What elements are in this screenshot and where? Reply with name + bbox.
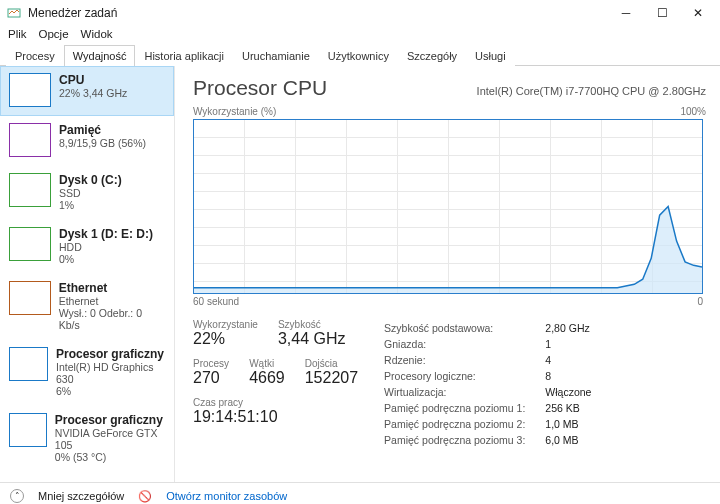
sidebar-item-title: Dysk 1 (D: E: D:) xyxy=(59,227,153,241)
menu-file[interactable]: Plik xyxy=(8,28,27,40)
sidebar-item[interactable]: Procesor graficzny NVIDIA GeForce GTX 10… xyxy=(0,406,174,472)
sidebar-item-line2: NVIDIA GeForce GTX 105 xyxy=(55,427,165,451)
tab-users[interactable]: Użytkownicy xyxy=(319,45,398,66)
cpu-name: Intel(R) Core(TM) i7-7700HQ CPU @ 2.80GH… xyxy=(477,85,706,97)
speed-value: 3,44 GHz xyxy=(278,330,346,348)
threads-value: 4669 xyxy=(249,369,285,387)
sidebar-item[interactable]: Procesor graficzny Intel(R) HD Graphics … xyxy=(0,340,174,406)
tab-details[interactable]: Szczegóły xyxy=(398,45,466,66)
app-icon xyxy=(6,5,22,21)
sidebar-item-title: Dysk 0 (C:) xyxy=(59,173,122,187)
sidebar-item-title: CPU xyxy=(59,73,127,87)
menu-options[interactable]: Opcje xyxy=(39,28,69,40)
uptime-value: 19:14:51:10 xyxy=(193,408,358,426)
menubar: Plik Opcje Widok xyxy=(0,26,720,44)
sidebar-item-line2: 22% 3,44 GHz xyxy=(59,87,127,99)
sidebar-item-title: Pamięć xyxy=(59,123,146,137)
handles-value: 152207 xyxy=(305,369,358,387)
sidebar-thumb xyxy=(9,73,51,107)
sidebar-thumb xyxy=(9,227,51,261)
menu-view[interactable]: Widok xyxy=(81,28,113,40)
handles-label: Dojścia xyxy=(305,358,358,369)
sidebar-item[interactable]: Dysk 1 (D: E: D:) HDD 0% xyxy=(0,220,174,274)
sidebar-thumb xyxy=(9,123,51,157)
sidebar-thumb xyxy=(9,413,47,447)
sidebar-item-title: Procesor graficzny xyxy=(56,347,165,361)
sidebar-item-line3: 6% xyxy=(56,385,165,397)
sidebar-item-line3: Wysł.: 0 Odebr.: 0 Kb/s xyxy=(59,307,165,331)
fewer-details-link[interactable]: Mniej szczegółów xyxy=(38,490,124,502)
sidebar-item-line2: 8,9/15,9 GB (56%) xyxy=(59,137,146,149)
tab-performance[interactable]: Wydajność xyxy=(64,45,136,66)
speed-label: Szybkość xyxy=(278,319,346,330)
sidebar-item-line3: 1% xyxy=(59,199,122,211)
close-button[interactable]: ✕ xyxy=(680,0,716,26)
sidebar-item-line2: Intel(R) HD Graphics 630 xyxy=(56,361,165,385)
sidebar-item-title: Ethernet xyxy=(59,281,165,295)
sidebar-item-line3: 0% xyxy=(59,253,153,265)
uptime-label: Czas pracy xyxy=(193,397,358,408)
chart-ymax: 100% xyxy=(680,106,706,117)
sidebar-thumb xyxy=(9,281,51,315)
proc-label: Procesy xyxy=(193,358,229,369)
util-value: 22% xyxy=(193,330,258,348)
sidebar-thumb xyxy=(9,173,51,207)
sidebar-item[interactable]: Dysk 0 (C:) SSD 1% xyxy=(0,166,174,220)
chart-ylabel: Wykorzystanie (%) xyxy=(193,106,276,117)
sidebar-thumb xyxy=(9,347,48,381)
utilization-chart xyxy=(193,119,703,294)
resmon-icon: 🚫 xyxy=(138,490,152,503)
sidebar: CPU 22% 3,44 GHz Pamięć 8,9/15,9 GB (56%… xyxy=(0,66,175,482)
chart-xright: 0 xyxy=(697,296,703,307)
minimize-button[interactable]: ─ xyxy=(608,0,644,26)
tabbar: Procesy Wydajność Historia aplikacji Uru… xyxy=(0,44,720,66)
open-resmon-link[interactable]: Otwórz monitor zasobów xyxy=(166,490,287,502)
sidebar-item-line3: 0% (53 °C) xyxy=(55,451,165,463)
maximize-button[interactable]: ☐ xyxy=(644,0,680,26)
content: Procesor CPU Intel(R) Core(TM) i7-7700HQ… xyxy=(175,66,720,482)
page-title: Procesor CPU xyxy=(193,76,327,100)
titlebar: Menedżer zadań ─ ☐ ✕ xyxy=(0,0,720,26)
tab-apphistory[interactable]: Historia aplikacji xyxy=(135,45,232,66)
sidebar-item-line2: SSD xyxy=(59,187,122,199)
tab-processes[interactable]: Procesy xyxy=(6,45,64,66)
threads-label: Wątki xyxy=(249,358,285,369)
sidebar-item[interactable]: CPU 22% 3,44 GHz xyxy=(0,66,174,116)
sidebar-item[interactable]: Ethernet Ethernet Wysł.: 0 Odebr.: 0 Kb/… xyxy=(0,274,174,340)
tab-services[interactable]: Usługi xyxy=(466,45,515,66)
tab-startup[interactable]: Uruchamianie xyxy=(233,45,319,66)
cpu-details-table: Szybkość podstawowa:2,80 GHz Gniazda:1 R… xyxy=(382,319,593,449)
sidebar-item-line2: HDD xyxy=(59,241,153,253)
chart-xleft: 60 sekund xyxy=(193,296,239,307)
footer: ˄ Mniej szczegółów 🚫 Otwórz monitor zaso… xyxy=(0,482,720,504)
sidebar-item-title: Procesor graficzny xyxy=(55,413,165,427)
sidebar-item-line2: Ethernet xyxy=(59,295,165,307)
proc-value: 270 xyxy=(193,369,229,387)
window-title: Menedżer zadań xyxy=(28,6,117,20)
collapse-icon[interactable]: ˄ xyxy=(10,489,24,503)
sidebar-item[interactable]: Pamięć 8,9/15,9 GB (56%) xyxy=(0,116,174,166)
util-label: Wykorzystanie xyxy=(193,319,258,330)
